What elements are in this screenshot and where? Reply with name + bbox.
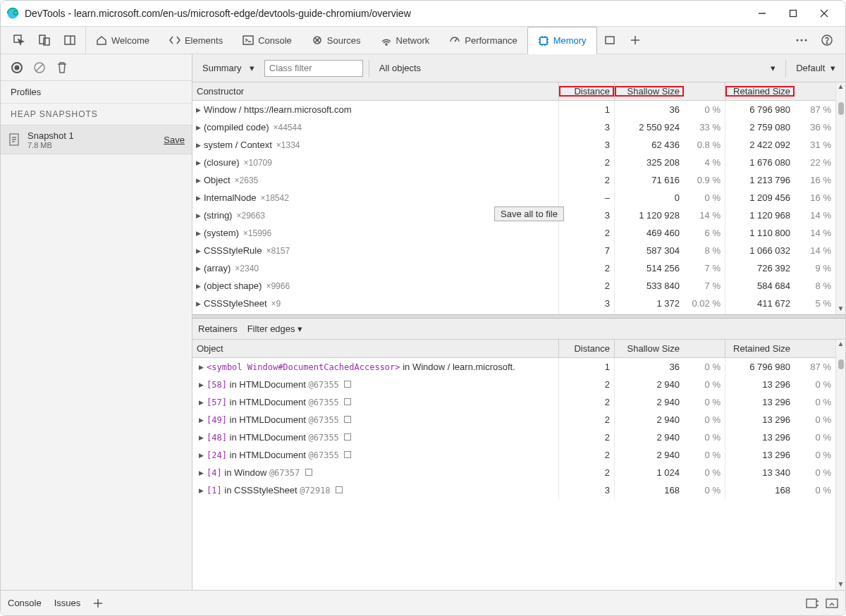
drawer-icon-1[interactable] [806,598,819,608]
more-icon[interactable] [789,39,814,42]
table-row[interactable]: ▶system / Context×1334362 4360.8 %2 422 … [192,136,835,154]
default-dropdown[interactable]: Default ▾ [792,63,840,73]
drawer-icon-2[interactable] [826,598,838,608]
header-constructor[interactable]: Constructor [192,86,558,97]
table-row[interactable]: ▶InternalNode×18542–00 %1 209 45616 % [192,189,835,207]
svg-point-12 [317,39,318,41]
svg-rect-2 [790,11,797,17]
tab-overflow-icon[interactable] [597,27,623,54]
minimize-button[interactable] [747,3,778,24]
main: Profiles HEAP SNAPSHOTS Snapshot 1 7.8 M… [1,54,845,590]
close-button[interactable] [809,3,840,24]
device-icon[interactable] [32,34,57,47]
snapshot-icon [8,133,22,147]
dock-icon[interactable] [57,34,82,47]
table-row[interactable]: ▶Array×2119235 5120.5 %400 7525 % [192,312,835,314]
tabbar: Welcome Elements Console Sources Network… [1,26,845,54]
summary-label: Summary [202,63,242,73]
heap-snapshots-header: HEAP SNAPSHOTS [1,104,192,125]
header-object[interactable]: Object [192,343,558,354]
scroll-up-icon-2[interactable]: ▲ [838,340,845,350]
table-row[interactable]: ▶(object shape)×99662533 8407 %584 6848 … [192,277,835,295]
save-all-tooltip: Save all to file [494,207,564,221]
add-drawer-icon[interactable] [93,598,103,608]
constructor-rows[interactable]: ▶Window / https://learn.microsoft.com136… [192,101,835,314]
table-row[interactable]: ▶[58] in HTMLDocument @67355 22 9400 %13… [192,376,835,393]
objects-dropdown[interactable]: All objects▾ [375,63,780,73]
tab-elements-label: Elements [185,35,223,46]
table-row[interactable]: ▶Window / https://learn.microsoft.com136… [192,101,835,118]
snapshot-name: Snapshot 1 [27,130,74,141]
profiles-header: Profiles [1,81,192,104]
header-distance-2[interactable]: Distance [559,343,614,354]
snapshot-save-link[interactable]: Save [164,135,185,145]
retainer-rows[interactable]: ▶<symbol Window#DocumentCachedAccessor> … [192,358,835,590]
tab-elements[interactable]: Elements [159,27,233,54]
table-row[interactable]: ▶CSSStyleRule×81577587 3048 %1 066 03214… [192,242,835,259]
clear-icon[interactable] [32,60,47,75]
table-row[interactable]: ▶[57] in HTMLDocument @67355 22 9400 %13… [192,393,835,411]
svg-point-29 [805,39,807,42]
console-drawer-tab[interactable]: Console [8,598,42,608]
tab-sources[interactable]: Sources [302,27,371,54]
svg-rect-39 [807,599,816,608]
svg-point-31 [826,42,827,43]
table-row[interactable]: ▶(compiled code)×4454432 550 92433 %2 75… [192,118,835,136]
tab-welcome[interactable]: Welcome [86,27,159,54]
table-row[interactable]: ▶(system)×159962469 4606 %1 110 80014 % [192,224,835,242]
edge-icon [6,7,19,20]
table-row[interactable]: ▶[49] in HTMLDocument @67355 22 9400 %13… [192,411,835,429]
svg-point-33 [15,65,20,70]
header-retained-2[interactable]: Retained Size [725,343,795,354]
header-retained[interactable]: Retained Size [725,86,795,97]
scroll-down-icon-2[interactable]: ▼ [838,580,845,590]
scroll-up-icon[interactable]: ▲ [838,82,845,92]
default-label: Default [796,63,825,73]
table-row[interactable]: ▶[1] in CSSStyleSheet @72918 31680 %1680… [192,481,835,499]
scrollbar-thumb[interactable] [838,102,844,115]
table-row[interactable]: ▶CSSStyleSheet×931 3720.02 %411 6725 % [192,295,835,312]
svg-rect-6 [39,35,45,44]
scroll-down-icon[interactable]: ▼ [838,304,845,314]
tab-performance[interactable]: Performance [439,27,527,54]
tab-sources-label: Sources [327,35,361,46]
svg-rect-24 [606,37,614,44]
table-row[interactable]: ▶Object×2635271 6160.9 %1 213 79616 % [192,171,835,189]
svg-rect-8 [65,36,75,44]
table-row[interactable]: ▶[48] in HTMLDocument @67355 22 9400 %13… [192,429,835,446]
tab-console[interactable]: Console [233,27,302,54]
titlebar: DevTools - learn.microsoft.com/en-us/mic… [1,1,845,26]
summary-dropdown[interactable]: Summary ▾ [198,63,259,73]
retainers-tab[interactable]: Retainers [198,324,238,334]
tab-network[interactable]: Network [371,27,440,54]
svg-point-13 [386,44,387,45]
profiles-panel: Profiles HEAP SNAPSHOTS Snapshot 1 7.8 M… [1,54,192,590]
table-row[interactable]: ▶(closure)×107092325 2084 %1 676 08022 % [192,154,835,171]
filter-edges-dropdown[interactable]: Filter edges ▾ [247,324,303,334]
table-row[interactable]: ▶(array)×23402514 2567 %726 3929 % [192,259,835,277]
svg-line-35 [36,64,43,71]
memory-panel: Summary ▾ All objects▾ Default ▾ Constru… [192,54,845,590]
memory-toolbar: Summary ▾ All objects▾ Default ▾ [192,54,845,82]
snapshot-item[interactable]: Snapshot 1 7.8 MB Save [1,125,192,154]
maximize-button[interactable] [778,3,809,24]
header-distance[interactable]: Distance [559,86,614,97]
table-row[interactable]: ▶<symbol Window#DocumentCachedAccessor> … [192,358,835,376]
header-shallow[interactable]: Shallow Size [615,86,684,97]
inspect-icon[interactable] [6,34,32,47]
table-row[interactable]: ▶[4] in Window @67357 21 0240 %13 3400 % [192,464,835,481]
bottom-bar: Console Issues [1,590,845,615]
class-filter-input[interactable] [264,60,363,77]
tab-memory[interactable]: Memory [527,27,597,54]
add-tab-icon[interactable] [623,27,648,54]
retainers-toolbar: Retainers Filter edges ▾ [192,319,845,340]
help-icon[interactable] [814,34,840,47]
svg-line-14 [455,39,457,42]
scrollbar-thumb-2[interactable] [838,359,844,369]
delete-icon[interactable] [54,60,70,75]
issues-drawer-tab[interactable]: Issues [54,598,81,608]
header-shallow-2[interactable]: Shallow Size [615,343,684,354]
record-icon[interactable] [9,60,25,75]
tab-console-label: Console [258,35,292,46]
table-row[interactable]: ▶[24] in HTMLDocument @67355 22 9400 %13… [192,446,835,464]
